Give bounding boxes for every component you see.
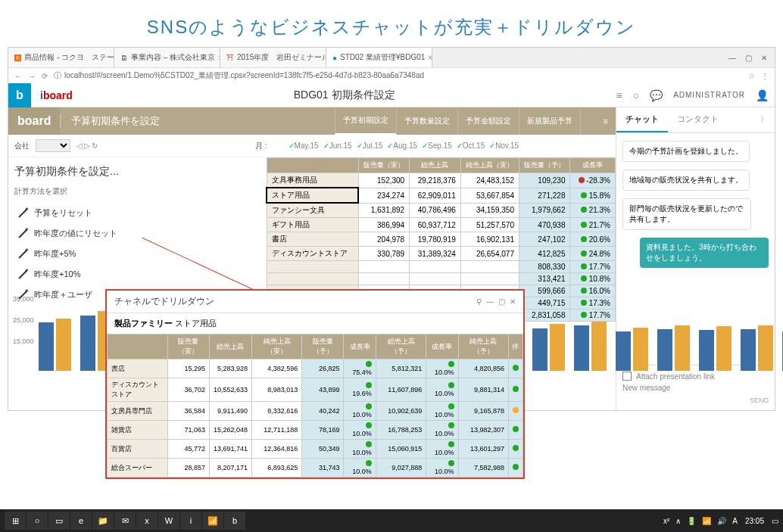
- clock: 23:05: [745, 517, 764, 525]
- sub-tab[interactable]: 予算数量設定: [396, 107, 457, 135]
- taskbar-app-icon[interactable]: i: [180, 512, 201, 530]
- tray-icon[interactable]: 🔊: [717, 517, 726, 525]
- close-icon[interactable]: ✕: [510, 297, 516, 306]
- tray-icon[interactable]: x²: [663, 517, 669, 525]
- month-label: 月 :: [255, 141, 267, 151]
- taskbar: ⊞○▭e📁✉xWi📶b x²∧🔋📶🔊A 23:05 ▭: [0, 509, 783, 532]
- prev-icon[interactable]: ◁: [76, 142, 83, 150]
- table-row[interactable]: 雑貨店71,06315,262,04812,711,18878,16910.0%…: [108, 421, 523, 440]
- close-icon[interactable]: ✕: [761, 54, 767, 62]
- table-row[interactable]: ファンシー文具1,631,89240,786,49634,159,3501,97…: [267, 203, 616, 218]
- chat-tab[interactable]: チャット: [616, 107, 668, 132]
- url-field[interactable]: localhost/#/screen/1.Demo%5CSTD02_業績管理.c…: [64, 70, 424, 81]
- user-label[interactable]: ADMINISTRATOR: [673, 91, 745, 99]
- send-button[interactable]: SEND: [622, 397, 769, 404]
- menu-icon[interactable]: ≡: [616, 89, 622, 101]
- maximize-icon[interactable]: ▢: [498, 297, 505, 306]
- file-icon: 🗎: [120, 54, 128, 62]
- month-checkbox[interactable]: ✓Jun.15: [323, 142, 352, 150]
- back-icon[interactable]: ←: [14, 72, 22, 80]
- forward-icon[interactable]: →: [28, 72, 36, 80]
- month-checkbox[interactable]: ✓Sep.15: [422, 142, 452, 150]
- browser-tab[interactable]: 🗎事業内容 – 株式会社東京×: [114, 48, 220, 67]
- browser-tabs: K商品情報 - コクヨ ステーシ× 🗎事業内容 – 株式会社東京× ⛩2015年…: [8, 48, 775, 67]
- minimize-icon[interactable]: —: [728, 54, 736, 62]
- bookmark-icon[interactable]: ☆: [748, 72, 755, 80]
- table-row[interactable]: 文具事務用品152,30029,218,37624,483,152109,230…: [267, 173, 616, 188]
- maximize-icon[interactable]: ▢: [745, 54, 752, 62]
- reset-icon[interactable]: ↻: [92, 142, 98, 150]
- app-logo-text: iboard: [40, 89, 73, 101]
- reset-action[interactable]: 昨年度+10%: [14, 264, 260, 285]
- month-checkbox[interactable]: ✓Aug.15: [387, 142, 417, 150]
- taskbar-app-icon[interactable]: e: [70, 512, 92, 530]
- chat-icon[interactable]: 💬: [650, 89, 663, 101]
- taskbar-app-icon[interactable]: 📶: [202, 512, 223, 530]
- table-row[interactable]: ディスカウントストア330,78931,389,32426,654,077412…: [267, 247, 616, 261]
- table-row[interactable]: 808,330 17.7%: [267, 261, 616, 273]
- chart-bar: [741, 329, 756, 371]
- tab-favicon-icon: K: [14, 54, 21, 61]
- reload-icon[interactable]: ⟳: [42, 72, 48, 80]
- taskbar-app-icon[interactable]: b: [224, 512, 245, 530]
- table-row[interactable]: 書店204,97819,780,91916,902,131247,102 20.…: [267, 232, 616, 247]
- taskbar-app-icon[interactable]: ○: [27, 512, 48, 530]
- tray-icon[interactable]: ∧: [675, 517, 681, 525]
- left-subtitle: 計算方法を選択: [14, 186, 260, 197]
- taskbar-app-icon[interactable]: ✉: [114, 512, 136, 530]
- sub-tab[interactable]: 新規製品予算: [519, 107, 580, 135]
- sub-tab[interactable]: 予算初期設定: [335, 107, 396, 135]
- tray-icon[interactable]: 🔋: [687, 517, 696, 525]
- user-icon[interactable]: 👤: [756, 89, 769, 101]
- taskbar-app-icon[interactable]: x: [136, 512, 158, 530]
- circle-icon[interactable]: ○: [633, 89, 639, 101]
- minimize-icon[interactable]: —: [486, 297, 494, 306]
- table-row[interactable]: ギフト用品386,99460,937,71251,257,570470,938 …: [267, 218, 616, 232]
- browser-tab[interactable]: ⛩2015年度 岩田ゼミナール×: [220, 48, 326, 67]
- family-value: ストア用品: [175, 319, 217, 328]
- browser-tab[interactable]: ●STD02 業績管理¥BDG01×: [326, 48, 432, 67]
- taskbar-app-icon[interactable]: ⊞: [5, 512, 26, 530]
- table-row[interactable]: 書店15,2955,283,9284,382,59626,82575.4%5,8…: [108, 359, 523, 378]
- table-row[interactable]: 総合スーパー28,8578,207,1716,893,62531,74310.0…: [108, 459, 523, 478]
- tray-icon[interactable]: A: [732, 517, 738, 525]
- chart-bar: [616, 331, 631, 372]
- table-row[interactable]: ディスカウントストア36,70210,552,6338,983,01343,89…: [108, 378, 523, 402]
- app-logo-icon[interactable]: b: [8, 83, 31, 107]
- table-row[interactable]: 313,421 10.8%: [267, 273, 616, 285]
- table-row[interactable]: ストア用品234,27462,909,01153,667,854271,228 …: [267, 188, 616, 203]
- reset-action[interactable]: 予算をリセット: [14, 203, 260, 223]
- menu-icon[interactable]: ⋮: [761, 72, 769, 80]
- browser-tab[interactable]: K商品情報 - コクヨ ステーシ×: [8, 48, 114, 67]
- sub-tab[interactable]: 予算金額設定: [457, 107, 519, 135]
- chart-bar: [550, 324, 565, 372]
- next-icon[interactable]: ▷: [84, 142, 90, 150]
- wand-icon: [17, 249, 28, 260]
- tray-icon[interactable]: 📶: [702, 517, 711, 525]
- close-icon[interactable]: ×: [428, 54, 432, 62]
- table-row[interactable]: 百貨店45,77213,691,74112,364,81650,34910.0%…: [108, 440, 523, 459]
- hamburger-icon[interactable]: ≡: [596, 117, 616, 126]
- info-icon[interactable]: ⓘ: [54, 70, 61, 81]
- sub-title: 予算初期条件を設定: [60, 114, 170, 128]
- chevron-right-icon[interactable]: 〉: [754, 107, 775, 132]
- notification-icon[interactable]: ▭: [772, 517, 778, 525]
- company-select[interactable]: [36, 139, 70, 152]
- month-checkbox[interactable]: ✓May.15: [289, 142, 319, 150]
- family-label: 製品ファミリー: [114, 319, 173, 328]
- taskbar-app-icon[interactable]: W: [158, 512, 179, 530]
- contact-tab[interactable]: コンタクト: [668, 107, 728, 132]
- reset-action[interactable]: 昨年度+5%: [14, 244, 260, 264]
- sub-header: board 予算初期条件を設定 予算初期設定 予算数量設定 予算金額設定 新規製…: [8, 107, 616, 135]
- month-checkbox[interactable]: ✓Jul.15: [357, 142, 383, 150]
- taskbar-app-icon[interactable]: 📁: [92, 512, 114, 530]
- table-row[interactable]: 文房具専門店36,5849,911,4908,332,61640,24210.0…: [108, 402, 523, 421]
- pin-icon[interactable]: ⚲: [476, 297, 482, 306]
- sub-tab[interactable]: [580, 107, 596, 135]
- month-checkbox[interactable]: ✓Oct.15: [457, 142, 485, 150]
- taskbar-app-icon[interactable]: ▭: [48, 512, 70, 530]
- chart-bar: [657, 329, 672, 371]
- reset-action[interactable]: 昨年度の値にリセット: [14, 223, 260, 244]
- month-checkbox[interactable]: ✓Nov.15: [489, 142, 519, 150]
- chat-message: 今期の予算計画を登録しました。: [622, 141, 750, 162]
